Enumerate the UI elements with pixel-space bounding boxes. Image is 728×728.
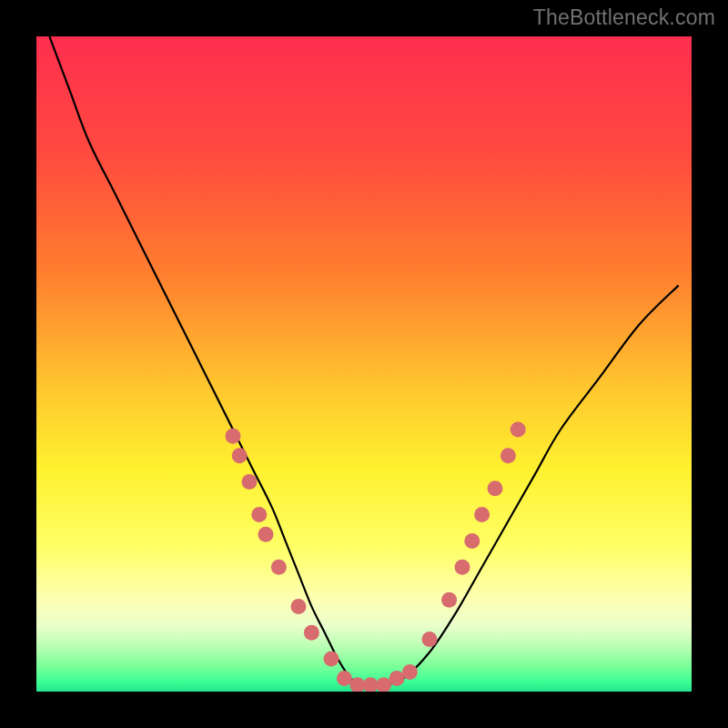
data-point bbox=[488, 480, 503, 496]
data-point bbox=[500, 448, 516, 463]
data-point bbox=[402, 664, 418, 680]
chart-container: TheBottleneck.com bbox=[0, 0, 728, 728]
curve-layer bbox=[36, 36, 692, 692]
data-point bbox=[242, 474, 258, 490]
data-point bbox=[291, 599, 307, 614]
data-point bbox=[474, 507, 490, 522]
attribution-label: TheBottleneck.com bbox=[533, 5, 715, 30]
data-point bbox=[337, 671, 352, 686]
data-point bbox=[271, 560, 287, 575]
data-point bbox=[324, 652, 339, 667]
data-point bbox=[376, 677, 391, 692]
data-point bbox=[455, 560, 470, 575]
dots-group bbox=[226, 422, 526, 693]
data-point bbox=[226, 429, 241, 444]
bottleneck-curve bbox=[49, 36, 678, 686]
data-point bbox=[464, 533, 480, 549]
data-point bbox=[232, 448, 248, 463]
data-point bbox=[511, 422, 526, 438]
data-point bbox=[304, 625, 319, 641]
data-point bbox=[441, 592, 457, 608]
plot-area bbox=[36, 36, 692, 692]
data-point bbox=[389, 671, 405, 686]
data-point bbox=[422, 632, 438, 647]
data-point bbox=[251, 507, 267, 522]
data-point bbox=[258, 527, 274, 542]
